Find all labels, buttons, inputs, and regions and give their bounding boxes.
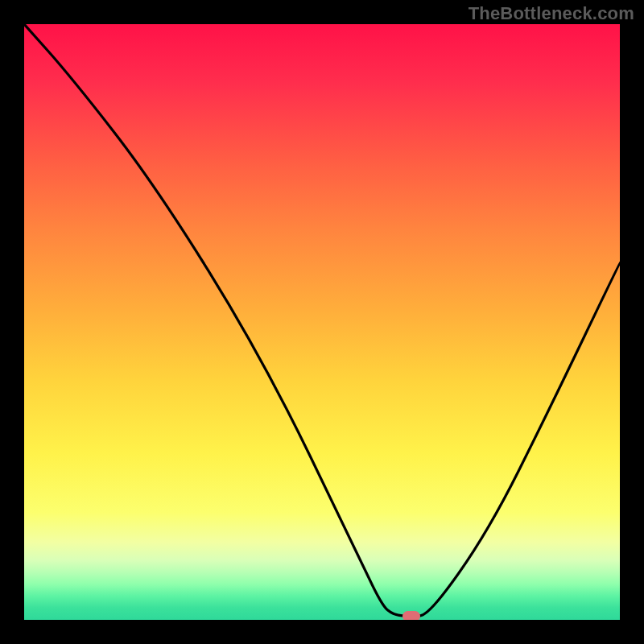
optimum-marker (402, 611, 420, 620)
chart-frame: TheBottleneck.com (0, 0, 644, 644)
curve-path (24, 24, 620, 616)
watermark-text: TheBottleneck.com (469, 3, 634, 24)
bottleneck-curve (24, 24, 620, 620)
plot-area (24, 24, 620, 620)
